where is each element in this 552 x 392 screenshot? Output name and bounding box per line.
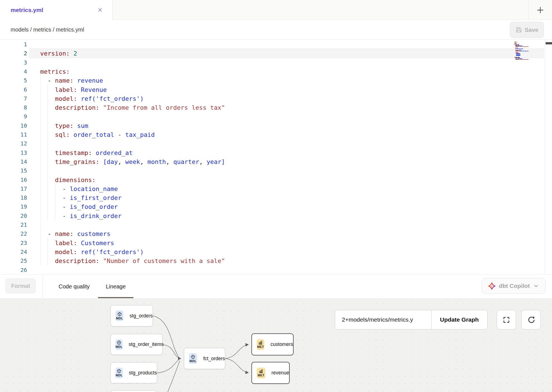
code-line-11[interactable]: sql: order_total - tax_paid [40,130,155,139]
code-line-18[interactable]: - is_first_order [40,193,121,202]
tab-strip-background [112,0,552,20]
lineage-search-input[interactable] [335,310,431,329]
code-line-6[interactable]: label: Revenue [40,85,107,94]
code-line-8[interactable]: description: "Income from all orders les… [40,103,225,112]
line-number: 1 [0,40,27,49]
format-button[interactable]: Format [6,279,36,293]
lineage-node-hidden_bottom[interactable] [111,390,157,392]
code-line-5[interactable]: - name: revenue [40,76,103,85]
line-number: 2 [0,49,27,58]
code-line-14[interactable]: time_grains: [day, week, month, quarter,… [40,157,225,166]
lineage-controls: Update Graph [335,310,488,329]
save-label: Save [525,27,538,33]
line-number: 14 [0,157,27,166]
minimap-line [515,48,517,48]
node-label: stg_order_items [129,341,164,347]
badge-label: MDL [189,359,196,363]
line-number: 16 [0,175,27,185]
code-line-17[interactable]: - location_name [40,184,118,193]
close-icon[interactable] [96,6,104,14]
minimap-line [515,50,518,51]
minimap-line [517,49,523,49]
code-line-20[interactable]: - is_drink_order [40,211,121,221]
minimap-line [517,48,518,48]
code-line-19[interactable]: - is_food_order [40,202,118,211]
code-line-10[interactable]: type: sum [40,121,88,130]
line-number: 26 [0,266,27,275]
code-editor[interactable]: 1234567891011121314151617181920212223242… [0,40,552,274]
minimap-line [515,45,517,46]
lineage-node-customers[interactable]: METcustomers [251,333,294,355]
minimap[interactable] [514,41,544,105]
package-cube-icon: MDL [189,353,197,364]
lineage-node-stg_order_items[interactable]: MDLstg_order_items [111,334,163,355]
metric-chart-icon: MET [257,368,265,378]
lineage-node-stg_products[interactable]: MDLstg_products [111,362,157,383]
code-line-7[interactable]: model: ref('fct_orders') [40,94,144,103]
dbt-copilot-button[interactable]: dbt Copilot [482,278,546,294]
minimap-line [515,44,517,45]
fullscreen-icon[interactable] [497,310,516,329]
tab-metrics-yml[interactable]: metrics.yml [0,0,112,20]
toolbar-divider [42,275,43,298]
code-line-25[interactable]: description: "Number of customers with a… [40,256,225,266]
package-cube-icon: MDL [116,310,123,321]
panel-tab-label: Code quality [59,283,90,290]
tab-lineage[interactable]: Lineage [98,275,133,298]
code-line-4[interactable]: metrics: [40,67,70,76]
minimap-line [515,46,519,47]
scrollbar-thumb[interactable] [546,42,552,44]
node-label: customers [270,341,293,347]
tab-code-quality[interactable]: Code quality [51,275,97,298]
ide-window: metrics.yml models / metrics / metrics.y… [0,0,552,392]
minimap-line [517,58,522,59]
minimap-line [517,57,520,58]
line-number: 22 [0,229,27,238]
line-number: 4 [0,67,27,76]
update-graph-button[interactable]: Update Graph [431,310,487,329]
minimap-line [517,45,519,46]
minimap-line [519,50,521,51]
code-line-23[interactable]: label: Customers [40,238,114,248]
line-number: 12 [0,139,27,148]
lineage-node-stg_orders[interactable]: MDLstg_orders [111,305,153,326]
minimap-line [525,51,527,51]
minimap-line [517,42,517,42]
badge-label: MDL [116,374,123,377]
lineage-graph-panel[interactable]: MDLstg_ordersMDLstg_order_itemsMDLstg_pr… [0,298,552,392]
copilot-sparkle-icon [488,282,496,290]
save-button[interactable]: Save [510,22,544,38]
minimap-line [528,51,529,51]
minimap-line [517,58,520,58]
package-cube-icon: MDL [116,368,123,378]
line-number: 7 [0,94,27,103]
code-line-24[interactable]: model: ref('fct_orders') [40,247,144,257]
line-number: 21 [0,220,27,230]
badge-label: MDL [116,317,123,320]
line-number: 11 [0,130,27,139]
line-number: 23 [0,238,27,248]
refresh-icon[interactable] [521,310,541,329]
node-label: stg_orders [129,313,153,319]
minimap-line [514,43,517,44]
badge-label: MET [258,374,264,377]
copilot-label: dbt Copilot [499,283,530,289]
code-line-16[interactable]: dimensions: [40,175,96,185]
chevron-down-icon [533,283,539,289]
minimap-line [521,51,522,51]
code-line-2[interactable]: version: 2 [40,49,77,58]
minimap-line [516,55,520,55]
plus-icon[interactable] [536,6,544,14]
code-line-22[interactable]: - name: customers [40,229,111,238]
lineage-node-revenue[interactable]: METrevenue [251,362,290,384]
line-number: 24 [0,247,27,257]
lineage-node-fct_orders[interactable]: MDLfct_orders [184,348,225,369]
line-number: 3 [0,58,27,67]
code-line-13[interactable]: timestamp: ordered_at [40,148,133,157]
badge-label: MDL [116,345,123,348]
minimap-line [515,58,517,59]
minimap-line [516,55,520,56]
new-tab-cell [528,0,552,20]
minimap-line [515,51,519,51]
save-icon [515,27,522,33]
